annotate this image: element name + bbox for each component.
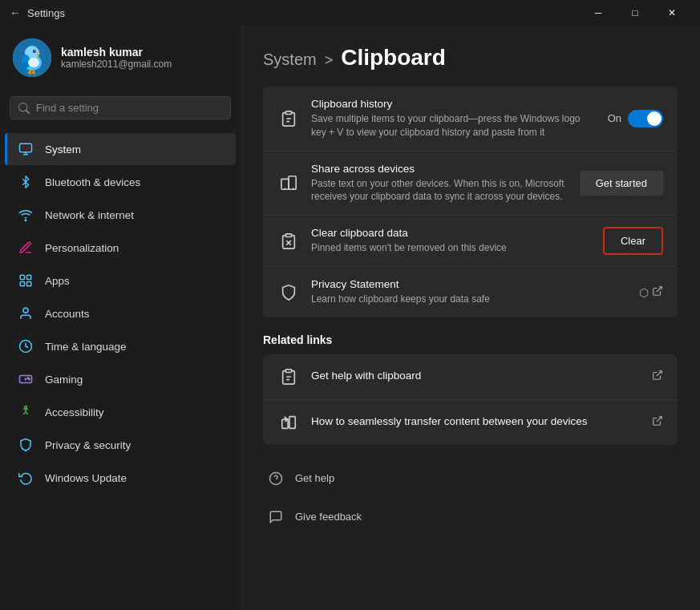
clear-clipboard-desc: Pinned items won't be removed on this de… xyxy=(311,241,592,255)
search-input[interactable] xyxy=(36,102,222,114)
search-icon xyxy=(18,103,30,114)
avatar xyxy=(13,38,51,77)
svg-line-43 xyxy=(657,371,662,376)
privacy-statement-title: Privacy Statement xyxy=(311,278,628,290)
svg-line-46 xyxy=(657,417,662,422)
sidebar-item-accessibility[interactable]: Accessibility xyxy=(5,396,236,428)
get-help-footer-row[interactable]: Get help xyxy=(263,461,678,496)
svg-rect-40 xyxy=(285,370,291,373)
update-icon xyxy=(18,470,34,486)
related-links-card: Get help with clipboard xyxy=(263,354,678,445)
maximize-button[interactable]: □ xyxy=(617,0,653,26)
sidebar-nav: System Bluetooth & devices xyxy=(0,132,241,495)
get-help-clipboard-row[interactable]: Get help with clipboard xyxy=(263,354,678,400)
get-started-button[interactable]: Get started xyxy=(580,171,663,196)
bluetooth-icon xyxy=(18,174,34,190)
share-devices-text: Share across devices Paste text on your … xyxy=(311,163,568,204)
user-email: kamlesh2011@gmail.com xyxy=(61,59,172,70)
sidebar-item-accounts[interactable]: Accounts xyxy=(5,297,236,329)
transfer-content-label: How to seamlessly transfer content betwe… xyxy=(311,415,641,427)
sidebar-item-accounts-label: Accounts xyxy=(45,308,90,320)
app-container: kamlesh kumar kamlesh2011@gmail.com xyxy=(0,26,700,610)
clipboard-history-text: Clipboard history Save multiple items to… xyxy=(311,98,597,139)
apps-icon xyxy=(18,273,34,289)
get-help-footer-icon xyxy=(266,469,285,488)
clear-clipboard-row: Clear clipboard data Pinned items won't … xyxy=(263,216,678,267)
clipboard-history-desc: Save multiple items to your clipboard—pr… xyxy=(311,112,597,139)
clear-clipboard-title: Clear clipboard data xyxy=(311,227,592,239)
time-icon xyxy=(18,338,34,354)
svg-point-4 xyxy=(34,50,35,51)
search-container xyxy=(0,90,241,132)
toggle-container: On xyxy=(608,110,663,127)
transfer-content-text: How to seamlessly transfer content betwe… xyxy=(311,415,641,430)
svg-rect-33 xyxy=(289,176,296,190)
main-content: System > Clipboard Clipboard history xyxy=(241,26,700,610)
sidebar: kamlesh kumar kamlesh2011@gmail.com xyxy=(0,26,241,610)
sidebar-item-network-label: Network & internet xyxy=(45,209,134,221)
svg-rect-45 xyxy=(289,417,295,429)
share-devices-row: Share across devices Paste text on your … xyxy=(263,151,678,216)
clear-clipboard-text: Clear clipboard data Pinned items won't … xyxy=(311,227,592,255)
share-devices-desc: Paste text on your other devices. When t… xyxy=(311,177,568,204)
sidebar-item-windows-update-label: Windows Update xyxy=(45,472,127,484)
page-title: Clipboard xyxy=(341,45,446,71)
breadcrumb-parent: System xyxy=(263,50,317,69)
svg-line-12 xyxy=(34,71,34,75)
privacy-statement-row: Privacy Statement Learn how clipboard ke… xyxy=(263,267,678,317)
clipboard-history-row: Clipboard history Save multiple items to… xyxy=(263,87,678,151)
sidebar-item-network[interactable]: Network & internet xyxy=(5,199,236,231)
svg-rect-29 xyxy=(285,111,291,115)
give-feedback-row[interactable]: Give feedback xyxy=(263,499,678,535)
clipboard-history-title: Clipboard history xyxy=(311,98,597,110)
breadcrumb-arrow: > xyxy=(325,52,334,69)
user-profile: kamlesh kumar kamlesh2011@gmail.com xyxy=(0,26,241,90)
close-button[interactable]: ✕ xyxy=(653,0,690,26)
sidebar-item-time[interactable]: Time & language xyxy=(5,330,236,362)
accessibility-icon xyxy=(18,404,34,420)
get-help-clipboard-text: Get help with clipboard xyxy=(311,370,641,384)
sidebar-item-gaming-label: Gaming xyxy=(45,374,83,386)
titlebar-left: ← Settings xyxy=(10,6,65,19)
sidebar-item-gaming[interactable]: Gaming xyxy=(5,363,236,395)
svg-point-3 xyxy=(33,50,36,53)
privacy-statement-desc: Learn how clipboard keeps your data safe xyxy=(311,293,628,306)
sidebar-item-windows-update[interactable]: Windows Update xyxy=(5,462,236,494)
sidebar-item-bluetooth[interactable]: Bluetooth & devices xyxy=(5,166,236,198)
sidebar-item-privacy[interactable]: Privacy & security xyxy=(5,429,236,461)
share-devices-title: Share across devices xyxy=(311,163,568,175)
clipboard-history-toggle[interactable] xyxy=(628,110,663,127)
sidebar-item-system[interactable]: System xyxy=(5,133,236,165)
gaming-icon xyxy=(18,371,34,387)
network-icon xyxy=(18,207,34,223)
svg-rect-13 xyxy=(20,143,32,152)
sidebar-item-apps[interactable]: Apps xyxy=(5,265,236,297)
minimize-button[interactable]: ─ xyxy=(580,0,617,26)
svg-point-28 xyxy=(25,406,27,409)
user-name: kamlesh kumar xyxy=(61,46,172,59)
svg-point-8 xyxy=(28,58,39,67)
accounts-icon xyxy=(18,305,34,321)
toggle-label: On xyxy=(608,112,621,124)
transfer-content-icon xyxy=(277,411,300,434)
svg-rect-36 xyxy=(285,234,291,237)
external-link-icon[interactable]: ⬡ xyxy=(639,285,663,299)
get-help-external-icon xyxy=(652,370,663,383)
related-links-title: Related links xyxy=(263,333,678,346)
toggle-thumb xyxy=(647,111,662,126)
svg-line-39 xyxy=(657,287,662,292)
footer-links: Get help Give feedback xyxy=(263,461,678,535)
svg-rect-19 xyxy=(20,282,24,286)
get-help-clipboard-icon xyxy=(277,366,300,388)
svg-point-21 xyxy=(23,308,28,313)
sidebar-item-apps-label: Apps xyxy=(45,275,70,287)
sidebar-item-personalization[interactable]: Personalization xyxy=(5,232,236,264)
sidebar-item-system-label: System xyxy=(45,143,81,156)
clear-button[interactable]: Clear xyxy=(603,227,663,255)
titlebar-controls: ─ □ ✕ xyxy=(580,0,690,26)
transfer-content-row[interactable]: How to seamlessly transfer content betwe… xyxy=(263,400,678,445)
clipboard-history-icon xyxy=(277,107,300,130)
get-help-footer-label: Get help xyxy=(295,472,334,484)
svg-rect-20 xyxy=(27,282,31,286)
back-icon[interactable]: ← xyxy=(10,6,21,19)
